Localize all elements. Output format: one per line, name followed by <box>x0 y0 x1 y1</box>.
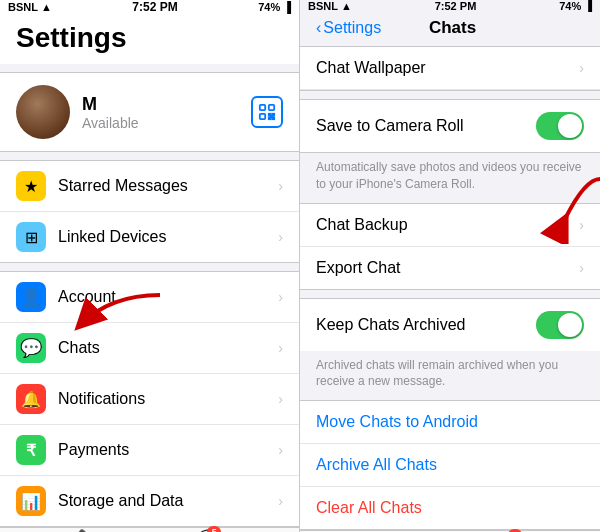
battery-info-right: 74% ▐ <box>559 0 592 12</box>
payments-item[interactable]: ₹ Payments › <box>0 425 299 476</box>
wifi-icon: ▲ <box>41 1 52 13</box>
tab-status-left[interactable]: ⊙ Status <box>0 528 60 532</box>
avatar <box>16 85 70 139</box>
chevron-icon-3: › <box>278 289 283 305</box>
calls-icon-left: 📞 <box>77 528 102 532</box>
move-android-label: Move Chats to Android <box>316 413 478 431</box>
wallpaper-group: Chat Wallpaper › <box>300 46 600 91</box>
archive-all-label: Archive All Chats <box>316 456 437 474</box>
linked-devices-item[interactable]: ⊞ Linked Devices › <box>0 212 299 262</box>
camera-roll-toggle[interactable] <box>536 112 584 140</box>
export-row[interactable]: Export Chat › <box>300 247 600 289</box>
toggle-knob <box>558 114 582 138</box>
signal-text-right: 74% <box>559 0 581 12</box>
chevron-icon: › <box>278 178 283 194</box>
svg-rect-7 <box>272 117 274 119</box>
backup-row[interactable]: Chat Backup › <box>300 204 600 247</box>
export-label: Export Chat <box>316 259 579 277</box>
back-label: Settings <box>323 19 381 37</box>
payments-label: Payments <box>58 441 278 459</box>
keep-archived-toggle[interactable] <box>536 311 584 339</box>
notifications-label: Notifications <box>58 390 278 408</box>
chevron-icon-5: › <box>278 391 283 407</box>
account-label: Account <box>58 288 278 306</box>
svg-rect-6 <box>269 117 271 119</box>
top-settings-group: ★ Starred Messages › ⊞ Linked Devices › <box>0 160 299 263</box>
keep-archived-description: Archived chats will remain archived when… <box>300 351 600 401</box>
tab-calls-left[interactable]: 📞 Calls <box>60 528 120 532</box>
starred-messages-label: Starred Messages <box>58 177 278 195</box>
backup-label: Chat Backup <box>316 216 579 234</box>
main-settings-group: 👤 Account › 💬 Chats › 🔔 Notifications › … <box>0 271 299 527</box>
carrier-text-right: BSNL <box>308 0 338 12</box>
profile-status: Available <box>82 115 251 131</box>
svg-rect-0 <box>260 105 265 110</box>
battery-icon-right: ▐ <box>584 0 592 12</box>
export-chevron: › <box>579 260 584 276</box>
qr-button[interactable] <box>251 96 283 128</box>
chats-item[interactable]: 💬 Chats › <box>0 323 299 374</box>
profile-info: M Available <box>82 94 251 131</box>
keep-archived-group: Keep Chats Archived <box>300 298 600 351</box>
carrier-info-right: BSNL ▲ <box>308 0 352 12</box>
chevron-icon-7: › <box>278 493 283 509</box>
battery-icon-left: ▐ <box>283 1 291 13</box>
keep-archived-row[interactable]: Keep Chats Archived <box>300 299 600 351</box>
backup-group: Chat Backup › Export Chat › <box>300 203 600 290</box>
wallpaper-label: Chat Wallpaper <box>316 59 579 77</box>
links-group: Move Chats to Android Archive All Chats … <box>300 400 600 530</box>
wallpaper-chevron: › <box>579 60 584 76</box>
storage-item[interactable]: 📊 Storage and Data › <box>0 476 299 526</box>
chats-badge-left: 5 <box>207 526 221 532</box>
status-bar-left: BSNL ▲ 7:52 PM 74% ▐ <box>0 0 299 14</box>
tab-camera-left[interactable]: 📷 Camera <box>120 528 180 532</box>
carrier-info: BSNL ▲ <box>8 1 52 13</box>
back-button[interactable]: ‹ Settings <box>316 19 381 37</box>
svg-rect-2 <box>260 114 265 119</box>
move-android-row[interactable]: Move Chats to Android <box>300 401 600 444</box>
nav-bar-right: ‹ Settings Chats <box>300 12 600 46</box>
status-bar-right: BSNL ▲ 7:52 PM 74% ▐ <box>300 0 600 12</box>
left-panel: BSNL ▲ 7:52 PM 74% ▐ Settings M Availabl… <box>0 0 300 532</box>
camera-roll-description: Automatically save photos and videos you… <box>300 153 600 203</box>
devices-icon: ⊞ <box>16 222 46 252</box>
carrier-text: BSNL <box>8 1 38 13</box>
chats-icon: 💬 <box>16 333 46 363</box>
backup-chevron: › <box>579 217 584 233</box>
payments-icon: ₹ <box>16 435 46 465</box>
wallpaper-row[interactable]: Chat Wallpaper › <box>300 47 600 90</box>
page-title: Settings <box>0 14 299 64</box>
time-display-left: 7:52 PM <box>132 0 177 14</box>
archive-all-row[interactable]: Archive All Chats <box>300 444 600 487</box>
wifi-icon-right: ▲ <box>341 0 352 12</box>
tab-settings-left[interactable]: ⚙ Settings <box>239 528 299 532</box>
chevron-icon-4: › <box>278 340 283 356</box>
tab-chats-left[interactable]: 5 💬 Chats <box>179 528 239 532</box>
page-title-right: Chats <box>429 18 476 38</box>
keep-archived-knob <box>558 313 582 337</box>
account-item[interactable]: 👤 Account › <box>0 272 299 323</box>
camera-roll-group: Save to Camera Roll <box>300 99 600 153</box>
battery-info-left: 74% ▐ <box>258 1 291 13</box>
notifications-item[interactable]: 🔔 Notifications › <box>0 374 299 425</box>
linked-devices-label: Linked Devices <box>58 228 278 246</box>
status-icon-left: ⊙ <box>21 528 38 532</box>
chevron-icon-6: › <box>278 442 283 458</box>
chevron-icon-2: › <box>278 229 283 245</box>
storage-icon: 📊 <box>16 486 46 516</box>
account-icon: 👤 <box>16 282 46 312</box>
star-icon: ★ <box>16 171 46 201</box>
storage-label: Storage and Data <box>58 492 278 510</box>
profile-card[interactable]: M Available <box>0 72 299 152</box>
back-chevron-icon: ‹ <box>316 19 321 37</box>
camera-icon-left: 📷 <box>137 528 162 532</box>
svg-rect-1 <box>269 105 274 110</box>
notifications-icon: 🔔 <box>16 384 46 414</box>
camera-roll-row[interactable]: Save to Camera Roll <box>300 100 600 152</box>
signal-text-left: 74% <box>258 1 280 13</box>
tab-bar-left: ⊙ Status 📞 Calls 📷 Camera 5 💬 Chats ⚙ Se… <box>0 527 299 532</box>
starred-messages-item[interactable]: ★ Starred Messages › <box>0 161 299 212</box>
keep-archived-label: Keep Chats Archived <box>316 316 536 334</box>
clear-all-row[interactable]: Clear All Chats <box>300 487 600 529</box>
clear-all-label: Clear All Chats <box>316 499 422 517</box>
